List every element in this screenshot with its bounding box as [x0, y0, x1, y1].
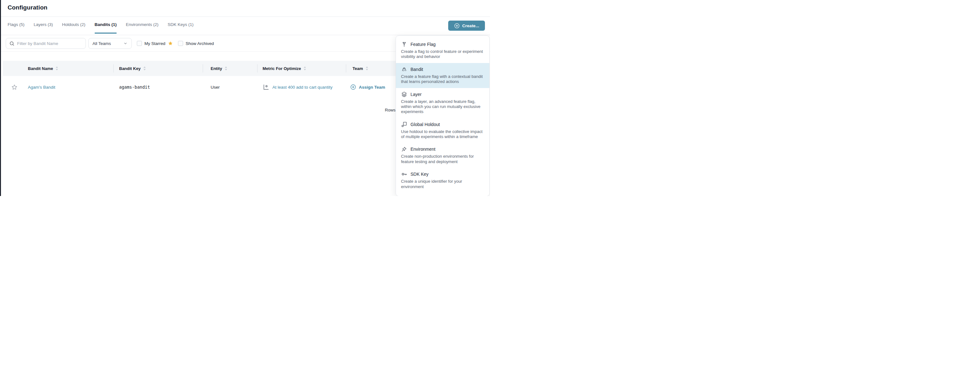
plus-circle-icon — [350, 84, 356, 90]
column-separator — [203, 64, 203, 73]
sort-icon[interactable] — [224, 66, 228, 71]
layer-icon — [401, 91, 407, 98]
show-archived-checkbox[interactable] — [178, 41, 183, 46]
entity-value: User — [211, 85, 220, 90]
title-divider — [1, 16, 490, 17]
bandit-key-cell: agams-bandit — [119, 76, 150, 98]
filter-toolbar: All Teams My Starred Show Archived — [6, 38, 214, 49]
star-outline-icon — [11, 84, 18, 90]
column-separator — [113, 64, 114, 73]
rows-per-page-label: Rows — [385, 108, 396, 113]
column-header-bandit-name[interactable]: Bandit Name — [28, 61, 58, 76]
sort-icon[interactable] — [56, 66, 58, 71]
chevron-down-icon — [123, 41, 128, 46]
tab-environments[interactable]: Environments (2) — [126, 22, 158, 33]
sort-icon[interactable] — [366, 66, 368, 71]
star-filled-icon — [168, 41, 173, 46]
environment-pin-icon — [401, 146, 407, 152]
plus-circle-icon — [454, 23, 460, 29]
tab-holdouts[interactable]: Holdouts (2) — [62, 22, 86, 33]
tab-layers[interactable]: Layers (3) — [33, 22, 53, 33]
search-input-wrapper — [6, 38, 86, 49]
create-button-label: Create... — [462, 24, 479, 28]
global-holdout-icon — [401, 121, 407, 128]
column-separator — [257, 64, 258, 73]
menu-item-sdk-key[interactable]: SDK Key Create a unique identifier for y… — [396, 168, 489, 193]
menu-item-label: Layer — [410, 92, 422, 97]
metric-cell: At least 400 add to cart quantity — [262, 76, 332, 98]
column-separator — [346, 64, 346, 73]
menu-item-description: Create a unique identifier for your envi… — [401, 179, 485, 189]
my-starred-filter[interactable]: My Starred — [137, 41, 173, 46]
menu-item-description: Create non-production environments for f… — [401, 154, 485, 164]
tab-flags[interactable]: Flags (5) — [8, 22, 24, 33]
my-starred-checkbox[interactable] — [137, 41, 142, 46]
assign-team-label: Assign Team — [359, 85, 385, 90]
column-header-team[interactable]: Team — [353, 61, 368, 76]
show-archived-label: Show Archived — [186, 41, 214, 46]
page-title: Configuration — [8, 4, 48, 11]
sort-icon[interactable] — [143, 66, 146, 71]
show-archived-filter[interactable]: Show Archived — [178, 41, 214, 46]
menu-item-bandit[interactable]: Bandit Create a feature flag with a cont… — [396, 63, 489, 88]
sort-icon[interactable] — [304, 66, 306, 71]
sidebar-edge — [0, 0, 1, 196]
menu-item-description: Create a feature flag with a contextual … — [401, 74, 485, 84]
menu-item-label: Bandit — [410, 67, 423, 72]
bandit-name-cell: Agam's Bandit — [28, 76, 56, 98]
create-button[interactable]: Create... — [448, 21, 485, 31]
bandit-key-value: agams-bandit — [119, 84, 150, 90]
column-header-entity[interactable]: Entity — [211, 61, 228, 76]
menu-item-layer[interactable]: Layer Create a layer, an advanced featur… — [396, 88, 489, 118]
tab-sdk-keys[interactable]: SDK Keys (1) — [167, 22, 194, 33]
menu-item-label: SDK Key — [410, 171, 428, 177]
feature-flag-icon — [401, 41, 407, 48]
column-header-bandit-key[interactable]: Bandit Key — [119, 61, 146, 76]
teams-filter-value: All Teams — [92, 41, 111, 46]
assign-team-button[interactable]: Assign Team — [350, 84, 385, 90]
create-menu: Feature Flag Create a flag to control fe… — [396, 35, 490, 196]
menu-item-environment[interactable]: Environment Create non-production enviro… — [396, 143, 489, 168]
menu-item-label: Global Holdout — [410, 122, 440, 127]
bandit-name-link[interactable]: Agam's Bandit — [28, 85, 56, 90]
menu-item-description: Create a flag to control feature or expe… — [401, 49, 485, 60]
metric-axis-gear-icon — [262, 84, 270, 90]
menu-item-description: Create a layer, an advanced feature flag… — [401, 99, 485, 114]
sdk-key-icon — [401, 171, 407, 177]
metric-link[interactable]: At least 400 add to cart quantity — [272, 85, 332, 90]
bandit-name-filter-input[interactable] — [17, 41, 82, 46]
bandit-icon — [401, 66, 407, 73]
column-header-metric[interactable]: Metric For Optimize — [262, 61, 306, 76]
team-cell: Assign Team — [350, 76, 385, 98]
entity-cell: User — [211, 76, 220, 98]
menu-item-label: Environment — [410, 147, 436, 152]
menu-item-feature-flag[interactable]: Feature Flag Create a flag to control fe… — [396, 38, 489, 63]
teams-filter-select[interactable]: All Teams — [88, 38, 132, 49]
menu-item-label: Feature Flag — [410, 42, 436, 47]
search-icon — [9, 41, 14, 46]
star-toggle[interactable] — [11, 76, 18, 98]
my-starred-label: My Starred — [145, 41, 165, 46]
menu-item-description: Use holdout to evaluate the collective i… — [401, 129, 485, 140]
menu-item-global-holdout[interactable]: Global Holdout Use holdout to evaluate t… — [396, 118, 489, 143]
tab-bandits[interactable]: Bandits (1) — [95, 22, 117, 33]
tab-bar: Flags (5) Layers (3) Holdouts (2) Bandit… — [8, 22, 194, 33]
